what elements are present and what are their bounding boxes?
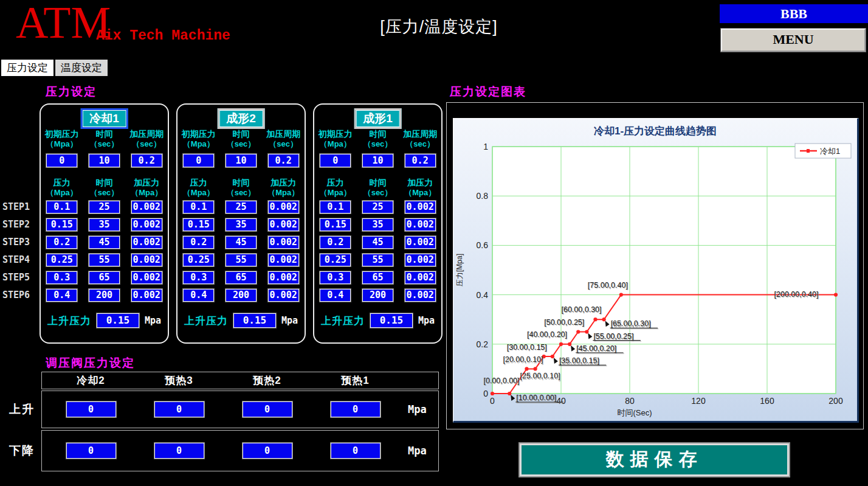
tab-bar: 压力设定温度设定 [1, 60, 108, 76]
step-row-label: STEP3 [2, 236, 38, 249]
rise-pressure-input[interactable]: 0.15 [233, 313, 276, 328]
value-input[interactable]: 0.002 [131, 289, 162, 302]
value-input[interactable]: 0.002 [131, 254, 162, 266]
panel-select-button[interactable]: 成形2 [217, 108, 265, 129]
value-input[interactable]: 65 [89, 271, 120, 284]
value-input[interactable]: 10 [362, 154, 393, 167]
value-input[interactable]: 25 [226, 201, 257, 213]
valve-value-row: 下降0000Mpa [41, 430, 439, 471]
value-input[interactable]: 0.002 [405, 236, 436, 249]
value-input[interactable]: 35 [362, 218, 393, 231]
column-header-name: 时间 [357, 178, 399, 188]
value-input[interactable]: 25 [362, 201, 393, 213]
value-input[interactable]: 0 [46, 154, 77, 167]
value-input[interactable]: 0 [183, 154, 214, 167]
value-input[interactable]: 0.002 [131, 218, 162, 231]
value-input[interactable]: 65 [226, 271, 257, 284]
value-input[interactable]: 0.3 [46, 271, 77, 284]
value-input[interactable]: 0.002 [131, 271, 162, 284]
panel-select-button[interactable]: 冷却1 [80, 108, 128, 129]
value-input[interactable]: 25 [89, 201, 120, 213]
valve-cell: 0 [47, 443, 135, 459]
data-save-button[interactable]: 数据保存 [518, 442, 790, 477]
value-input[interactable]: 0.4 [46, 289, 77, 302]
value-input[interactable]: 0.002 [268, 271, 299, 284]
value-input[interactable]: 0 [154, 443, 204, 459]
value-input[interactable]: 200 [226, 289, 257, 302]
value-input[interactable]: 0.15 [46, 218, 77, 231]
value-input[interactable]: 0.15 [320, 218, 351, 231]
value-input[interactable]: 0.15 [183, 218, 214, 231]
value-input[interactable]: 200 [89, 289, 120, 302]
step-rows: 0.1250.0020.15350.0020.2450.0020.25550.0… [41, 201, 168, 307]
column-header-row: 压力（Mpa）时间（sec）加压力（Mpa） [177, 178, 305, 197]
value-input[interactable]: 0.2 [131, 154, 162, 167]
value-input[interactable]: 45 [89, 236, 120, 249]
tab-pressure[interactable]: 压力设定 [1, 60, 53, 76]
value-input[interactable]: 0.1 [183, 201, 214, 213]
value-input[interactable]: 0 [320, 154, 351, 167]
value-input[interactable]: 0.002 [268, 289, 299, 302]
value-input[interactable]: 0.002 [268, 236, 299, 249]
value-input[interactable]: 0.2 [46, 236, 77, 249]
value-input[interactable]: 0.4 [183, 289, 214, 302]
value-input[interactable]: 0.002 [268, 218, 299, 231]
value-input[interactable]: 55 [89, 254, 120, 266]
menu-button[interactable]: MENU [721, 29, 866, 52]
value-input[interactable]: 0.002 [268, 201, 299, 213]
valve-cell: 0 [311, 443, 399, 459]
panel-select-button[interactable]: 成形1 [354, 108, 402, 129]
value-input[interactable]: 0.3 [183, 271, 214, 284]
value-input[interactable]: 0.4 [320, 289, 351, 302]
value-input[interactable]: 0.2 [320, 236, 351, 249]
value-input[interactable]: 0.002 [405, 201, 436, 213]
column-header: 初期压力（Mpa） [314, 129, 357, 148]
value-input[interactable]: 0.25 [320, 254, 351, 266]
value-input[interactable]: 0.2 [405, 154, 436, 167]
step-value-row: 0.3650.002 [41, 271, 168, 284]
tab-temperature[interactable]: 温度设定 [55, 60, 108, 76]
value-input[interactable]: 0.1 [320, 201, 351, 213]
value-input[interactable]: 0.002 [405, 254, 436, 266]
value-input[interactable]: 0 [331, 401, 381, 417]
value-input[interactable]: 0.2 [183, 236, 214, 249]
column-header: 压力（Mpa） [314, 178, 357, 197]
step-value-row: 0.25550.002 [177, 254, 305, 266]
value-input[interactable]: 0.002 [131, 236, 162, 249]
value-input[interactable]: 0.25 [46, 254, 77, 266]
value-input[interactable]: 55 [226, 254, 257, 266]
value-input[interactable]: 0 [331, 443, 381, 459]
value-input[interactable]: 0 [243, 401, 292, 417]
rise-pressure-input[interactable]: 0.15 [97, 313, 139, 328]
value-input[interactable]: 10 [226, 154, 257, 167]
value-input[interactable]: 0.002 [405, 289, 436, 302]
data-point [834, 293, 838, 297]
bbb-button[interactable]: BBB [720, 4, 868, 23]
rise-pressure-input[interactable]: 0.15 [370, 313, 413, 328]
value-input[interactable]: 0.002 [405, 218, 436, 231]
value-input[interactable]: 0 [154, 401, 204, 417]
value-input[interactable]: 200 [362, 289, 393, 302]
column-header-unit: （Mpa） [41, 139, 83, 149]
value-input[interactable]: 10 [89, 154, 120, 167]
value-input[interactable]: 0.002 [131, 201, 162, 213]
value-input[interactable]: 35 [89, 218, 120, 231]
step-value-row: 0.15350.002 [41, 218, 168, 231]
value-input[interactable]: 35 [226, 218, 257, 231]
value-input[interactable]: 65 [362, 271, 393, 284]
valve-cell: 0 [135, 401, 223, 417]
column-header: 加压力（Mpa） [262, 178, 305, 197]
value-input[interactable]: 0.002 [268, 254, 299, 266]
value-input[interactable]: 55 [362, 254, 393, 266]
value-input[interactable]: 45 [226, 236, 257, 249]
value-input[interactable]: 0.002 [405, 271, 436, 284]
value-input[interactable]: 0.3 [320, 271, 351, 284]
value-input[interactable]: 0 [66, 443, 116, 459]
value-input[interactable]: 0.1 [46, 201, 77, 213]
value-input[interactable]: 0.25 [183, 254, 214, 266]
value-input[interactable]: 0 [243, 443, 292, 459]
y-tick-label: 0.4 [477, 290, 489, 300]
value-input[interactable]: 45 [362, 236, 393, 249]
value-input[interactable]: 0 [66, 401, 116, 417]
value-input[interactable]: 0.2 [268, 154, 299, 167]
